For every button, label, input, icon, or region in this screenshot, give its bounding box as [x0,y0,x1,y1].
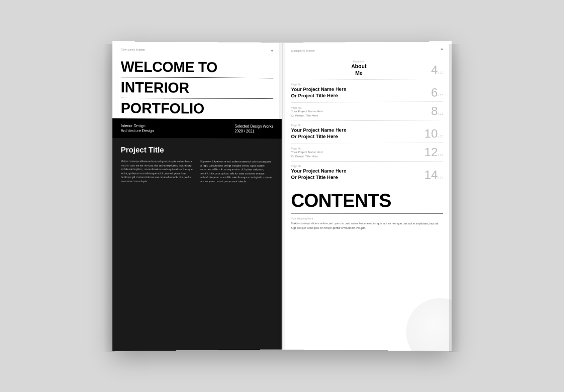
toc-entry-4-left: Page No. Your Project Name HereOr Projec… [291,147,421,158]
toc-entry-1-left: Page No. Your Project Name HereOr Projec… [291,82,427,99]
toc-entry-3-number: 10 / 16 [425,127,443,139]
toc-entry-3-left: Page No. Your Project Name HereOr Projec… [291,123,421,140]
contents-desc-text: Maion consequ atibere re lam,sed quntori… [291,221,443,230]
contents-title: CONTENTS [291,191,443,213]
contents-body: Your Heading Here Maion consequ atibere … [283,213,452,351]
project-body: Maion consequ atibere re lam,sed quntori… [121,159,273,343]
toc-entries: Page No. AboutMe 4 / 16 Page No. Your Pr… [283,56,452,186]
book-spread: Company Name ⌖ WELCOME TO INTERIOR PORTF… [113,42,451,350]
right-header: Company Name ⌖ [283,41,452,57]
toc-entry-1-num-big: 6 [431,86,438,98]
toc-entry-3-title: Your Project Name HereOr Project Title H… [291,127,421,140]
portfolio-heading: PORTFOLIO [121,98,273,119]
left-logo-icon: ⌖ [271,48,273,53]
info-year: 2020 / 2021 [235,129,273,133]
project-section: Project Title Maion consequ atibere re l… [112,138,282,351]
toc-entry-4-label: Page No. [291,147,421,150]
toc-about-number: 4 / 16 [431,64,443,76]
toc-entry-4-num-small: / 16 [438,153,443,156]
toc-entry-2-left: Page No. Your Project Name HereOr Projec… [291,106,427,118]
toc-entry-5-title: Your Project Name HereOr Project Title H… [291,168,421,180]
toc-about-num-small: / 16 [438,71,443,74]
toc-about-title: AboutMe [351,63,366,77]
toc-entry-3-num-small: / 16 [438,135,443,138]
toc-entry-1-num-small: / 16 [438,93,443,97]
toc-entry-4: Page No. Your Project Name HereOr Projec… [291,143,443,162]
toc-about-entry: Page No. AboutMe 4 / 16 [291,56,443,80]
right-page: Company Name ⌖ Page No. AboutMe 4 / 16 P… [282,41,452,351]
project-col-1: Maion consequ atibere re lam,sed quntori… [121,159,195,343]
toc-about-num-big: 4 [431,64,438,76]
right-company-name: Company Name [291,48,315,52]
toc-entry-5-num-small: / 16 [438,176,443,179]
toc-entry-1: Page No. Your Project Name HereOr Projec… [291,79,443,102]
toc-entry-5-number: 14 / 16 [425,168,443,180]
toc-entry-5-left: Page No. Your Project Name HereOr Projec… [291,164,421,180]
toc-entry-1-title: Your Project Name HereOr Project Title H… [291,86,427,99]
toc-entry-4-num-big: 12 [425,146,438,158]
toc-entry-1-number: 6 / 16 [431,86,443,98]
toc-entry-2-title-sm: Your Project Name HereOr Project Title H… [291,109,427,118]
toc-entry-3-num-big: 10 [425,127,438,139]
toc-entry-5: Page No. Your Project Name HereOr Projec… [291,161,443,184]
info-col-2: Selected Design Works 2020 / 2021 [235,124,273,133]
toc-entry-2-number: 8 / 16 [431,105,443,117]
toc-entry-2-num-big: 8 [431,105,438,117]
interior-heading: INTERIOR [121,77,273,99]
left-page: Company Name ⌖ WELCOME TO INTERIOR PORTF… [112,41,282,351]
info-selected-works: Selected Design Works [235,124,273,128]
info-col-1: Interior Design Architecture Design [121,124,154,133]
left-company-name: Company Name [121,47,145,51]
toc-entry-3-label: Page No. [291,123,421,126]
left-header: Company Name ⌖ [112,41,282,57]
info-interior-design: Interior Design [121,124,154,128]
toc-entry-3: Page No. Your Project Name HereOr Projec… [291,120,443,143]
toc-entry-4-title-sm: Your Project Name HereOr Project Title H… [291,150,421,158]
toc-about-center: Page No. AboutMe [291,59,427,77]
right-logo-icon: ⌖ [441,47,443,52]
toc-entry-2-label: Page No. [291,106,427,109]
info-architecture: Architecture Design [121,129,154,133]
project-title: Project Title [121,145,273,154]
toc-about-page-label: Page No. [353,60,364,63]
toc-entry-5-num-big: 14 [425,168,438,180]
your-heading-label: Your Heading Here [291,217,443,220]
toc-entry-2: Page No. Your Project Name HereOr Projec… [291,102,443,121]
toc-entry-4-number: 12 / 16 [425,146,443,158]
toc-entry-1-label: Page No. [291,82,427,86]
info-bar: Interior Design Architecture Design Sele… [112,118,282,138]
welcome-section: WELCOME TO INTERIOR PORTFOLIO [112,56,282,119]
project-col-2: Ut pero volutpatium ne est, autem coremo… [200,160,273,343]
toc-entry-2-num-small: / 16 [438,112,443,115]
contents-heading-area: CONTENTS [283,186,452,213]
toc-entry-5-label: Page No. [291,164,421,167]
welcome-to-heading: WELCOME TO [121,59,273,78]
